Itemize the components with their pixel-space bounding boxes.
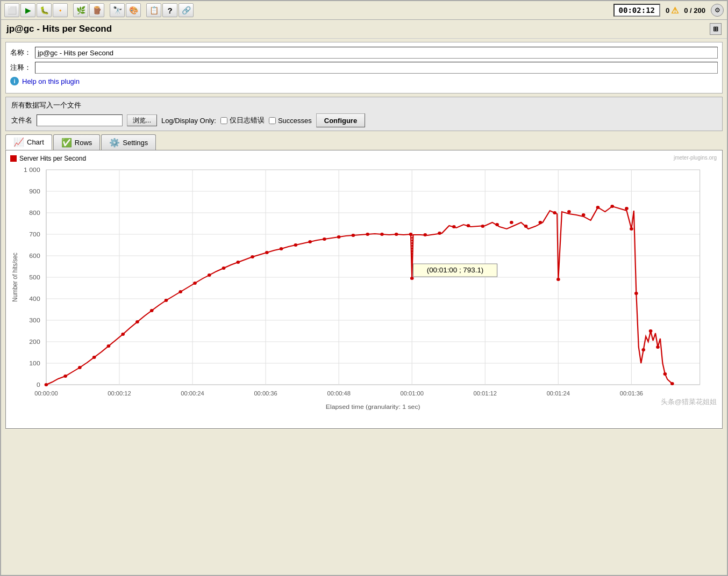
svg-text:200: 200: [29, 339, 40, 345]
warning-icon: ⚠: [671, 5, 679, 16]
tab-rows[interactable]: ✅ Rows: [53, 134, 101, 150]
svg-point-89: [634, 292, 638, 295]
svg-point-67: [366, 233, 369, 236]
svg-point-90: [641, 348, 645, 351]
expand-btn[interactable]: ⊞: [710, 23, 722, 35]
svg-text:0: 0: [37, 381, 40, 388]
tab-chart-label: Chart: [27, 138, 44, 146]
svg-point-58: [236, 261, 240, 264]
checkbox1-label: 仅日志错误: [230, 116, 265, 125]
toolbar-btn-list[interactable]: 📋: [146, 3, 161, 17]
svg-text:(00:01:00 ; 793.1): (00:01:00 ; 793.1): [427, 267, 484, 274]
svg-text:Elapsed time (granularity: 1 s: Elapsed time (granularity: 1 sec): [326, 404, 420, 410]
svg-point-79: [524, 225, 528, 228]
comment-input[interactable]: [35, 62, 718, 74]
svg-point-47: [78, 366, 82, 369]
watermark: 头条@猎菜花姐姐: [661, 397, 717, 407]
svg-text:00:00:48: 00:00:48: [327, 391, 350, 397]
file-input[interactable]: [37, 114, 123, 126]
toolbar-right: 00:02:12 0 ⚠ 0 / 200 ⚙: [613, 4, 724, 17]
svg-point-69: [395, 233, 398, 236]
svg-point-80: [539, 221, 543, 224]
toolbar-btn-3[interactable]: 🐛: [37, 3, 52, 17]
svg-point-77: [495, 223, 499, 226]
svg-text:500: 500: [29, 274, 40, 280]
svg-point-87: [625, 207, 629, 210]
tab-settings-label: Settings: [123, 139, 148, 147]
comment-label: 注释：: [10, 63, 32, 73]
svg-text:1 000: 1 000: [24, 167, 40, 173]
svg-point-73: [438, 232, 441, 235]
help-row: i Help on this plugin: [10, 77, 718, 85]
svg-point-75: [467, 224, 470, 227]
checkbox-log-errors[interactable]: [220, 117, 227, 124]
toolbar-btn-6[interactable]: 🪵: [89, 3, 104, 17]
panel-header: jp@gc - Hits per Second ⊞: [1, 20, 727, 39]
counter-display: 0 / 200: [684, 6, 705, 15]
warning-badge: 0 ⚠: [666, 5, 679, 16]
svg-point-62: [294, 243, 298, 247]
chart-container: Server Hits per Second jmeter-plugins.or…: [5, 150, 723, 429]
toolbar-btn-1[interactable]: ⬜: [4, 3, 19, 17]
svg-point-91: [649, 329, 653, 333]
warning-count: 0: [666, 6, 669, 15]
svg-point-56: [208, 273, 211, 277]
chart-tab-icon: 📈: [13, 137, 24, 147]
configure-btn[interactable]: Configure: [316, 113, 365, 127]
chart-svg: 1 000 900 800 700 600 500 400 300 200 10…: [10, 164, 718, 422]
svg-text:00:00:36: 00:00:36: [254, 391, 277, 397]
legend-color: [10, 155, 17, 162]
checkbox-successes[interactable]: [269, 117, 276, 124]
svg-point-51: [135, 320, 139, 323]
svg-point-86: [610, 205, 614, 208]
svg-point-50: [121, 333, 125, 336]
toolbar-btn-help[interactable]: ?: [162, 3, 177, 17]
svg-text:00:00:00: 00:00:00: [34, 391, 58, 397]
tabs-bar: 📈 Chart ✅ Rows ⚙️ Settings: [5, 134, 723, 150]
svg-text:800: 800: [29, 210, 40, 216]
svg-text:00:01:24: 00:01:24: [547, 391, 570, 397]
svg-point-45: [45, 383, 48, 386]
svg-point-59: [251, 255, 254, 258]
toolbar-btn-7[interactable]: 🎨: [126, 3, 141, 17]
svg-point-54: [179, 290, 182, 293]
svg-point-84: [582, 213, 586, 217]
svg-point-93: [663, 372, 667, 376]
svg-point-74: [452, 225, 456, 228]
tab-settings[interactable]: ⚙️ Settings: [101, 134, 156, 150]
svg-text:900: 900: [29, 188, 40, 195]
toolbar-btn-4[interactable]: 🔸: [53, 3, 68, 17]
svg-text:700: 700: [29, 231, 40, 237]
name-row: 名称：: [10, 47, 718, 59]
global-settings-btn[interactable]: ⚙: [711, 4, 724, 17]
log-display-label: Log/Display Only:: [161, 117, 216, 125]
svg-point-94: [670, 382, 674, 385]
checkbox2-label: Successes: [278, 117, 312, 125]
name-label: 名称：: [10, 48, 32, 57]
time-display: 00:02:12: [613, 4, 660, 17]
svg-point-61: [280, 247, 283, 250]
tab-chart[interactable]: 📈 Chart: [5, 134, 52, 150]
chart-legend: Server Hits per Second: [10, 155, 718, 162]
svg-point-88: [630, 227, 633, 231]
svg-point-60: [265, 251, 269, 254]
checkbox2-group: Successes: [269, 117, 312, 125]
toolbar-btn-5[interactable]: 🌿: [73, 3, 88, 17]
chart-credit: jmeter-plugins.org: [674, 155, 717, 161]
svg-text:00:00:24: 00:00:24: [181, 391, 204, 397]
help-link[interactable]: Help on this plugin: [22, 77, 80, 85]
svg-point-81: [553, 211, 556, 214]
svg-point-52: [150, 309, 154, 312]
name-input[interactable]: [35, 47, 718, 59]
toolbar-btn-8[interactable]: 🔗: [179, 3, 194, 17]
file-row: 文件名 浏览... Log/Display Only: 仅日志错误 Succes…: [11, 113, 717, 127]
svg-point-64: [323, 237, 326, 241]
toolbar-btn-play[interactable]: ▶: [20, 3, 35, 17]
svg-text:600: 600: [29, 253, 40, 259]
toolbar-btn-search[interactable]: 🔭: [110, 3, 125, 17]
tab-rows-label: Rows: [75, 139, 92, 147]
svg-point-83: [567, 210, 571, 213]
svg-text:00:01:36: 00:01:36: [620, 391, 643, 397]
svg-point-57: [222, 267, 226, 270]
browse-btn[interactable]: 浏览...: [127, 114, 157, 126]
